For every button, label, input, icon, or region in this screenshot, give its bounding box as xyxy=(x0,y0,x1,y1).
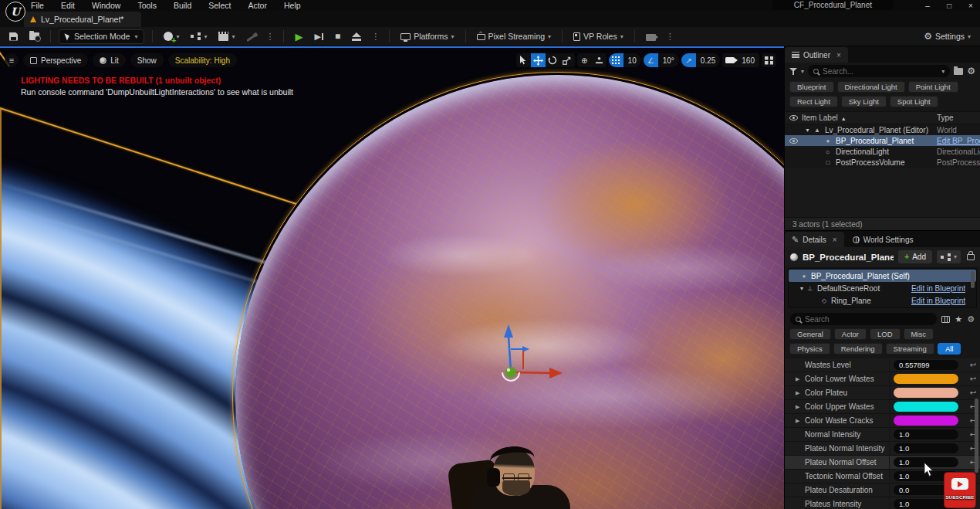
number-input[interactable]: 0.557899 xyxy=(894,360,958,370)
property-row[interactable]: ▶Color Upper Wastes↩ xyxy=(785,400,980,414)
eye-icon[interactable] xyxy=(789,115,798,120)
gear-icon[interactable]: ⚙ xyxy=(967,66,975,76)
expander-icon[interactable]: ▼ xyxy=(805,127,813,133)
chevron-down-icon[interactable]: ▾ xyxy=(941,68,945,75)
color-swatch[interactable] xyxy=(894,416,958,426)
rotate-tool-button[interactable] xyxy=(546,53,560,67)
outliner-row[interactable]: ▼▲Lv_Procedural_Planet (Editor)World xyxy=(785,124,980,135)
display-settings-icon[interactable] xyxy=(941,316,950,323)
category-chip-streaming[interactable]: Streaming xyxy=(886,343,934,355)
selection-mode-dropdown[interactable]: Selection Mode ▾ xyxy=(59,29,144,44)
maximize-button[interactable]: □ xyxy=(945,2,954,10)
component-row[interactable]: ●BP_Procedural_Planet (Self) xyxy=(789,270,976,282)
property-row[interactable]: ▶Color Waste Cracks↩ xyxy=(785,414,980,428)
edit-in-blueprint-link[interactable]: Edit in Blueprint xyxy=(911,297,965,305)
column-item-label[interactable]: Item Label▲ xyxy=(802,114,937,122)
property-row[interactable]: Plateu Normal Intensity1.0↩ xyxy=(785,442,980,456)
filter-icon[interactable] xyxy=(789,68,797,75)
menu-help[interactable]: Help xyxy=(284,1,301,10)
stop-button[interactable]: ■ xyxy=(332,30,343,43)
visibility-toggle[interactable] xyxy=(785,138,802,144)
outliner-search[interactable]: ▾ xyxy=(808,65,950,77)
expander-icon[interactable]: ▶ xyxy=(796,404,805,410)
details-scrollbar[interactable] xyxy=(975,399,978,473)
close-icon[interactable]: × xyxy=(836,51,841,59)
menu-actor[interactable]: Actor xyxy=(248,1,267,10)
edit-in-blueprint-link[interactable]: Edit in Blueprint xyxy=(911,284,965,293)
outliner-item-type[interactable]: Edit BP_Proced xyxy=(937,137,980,145)
close-button[interactable]: × xyxy=(966,2,975,10)
chevron-down-icon[interactable]: ▾ xyxy=(801,68,804,75)
virtual-camera-button[interactable] xyxy=(643,31,659,42)
tab-outliner[interactable]: Outliner × xyxy=(785,47,848,63)
menu-file[interactable]: File xyxy=(31,1,44,10)
skip-button[interactable]: ▶ xyxy=(311,30,326,43)
color-swatch[interactable] xyxy=(894,402,958,412)
filter-chip[interactable]: Spot Light xyxy=(890,96,938,107)
category-chip-lod[interactable]: LOD xyxy=(870,328,901,340)
content-browser-button[interactable] xyxy=(26,31,42,42)
minimize-button[interactable]: – xyxy=(923,2,932,10)
outliner-search-input[interactable] xyxy=(823,67,938,76)
grid-snap-control[interactable]: 10 xyxy=(609,53,641,67)
color-swatch[interactable] xyxy=(894,388,958,398)
outliner-empty-area[interactable] xyxy=(785,168,980,217)
menu-build[interactable]: Build xyxy=(174,1,191,10)
details-search-input[interactable] xyxy=(805,315,931,324)
rotation-snap-value[interactable]: 10° xyxy=(658,53,679,67)
property-row[interactable]: Plateu Normal Offset1.0↩ xyxy=(785,456,980,470)
column-type[interactable]: Type xyxy=(937,114,980,122)
rotation-snap-control[interactable]: ∠ 10° xyxy=(644,53,679,67)
grid-snap-value[interactable]: 10 xyxy=(623,53,641,67)
details-search[interactable] xyxy=(790,313,937,325)
surface-snap-button[interactable] xyxy=(592,53,607,67)
number-input[interactable]: 1.0 xyxy=(894,429,958,439)
expander-icon[interactable]: ▶ xyxy=(796,376,805,382)
tab-world-settings[interactable]: World Settings xyxy=(846,232,921,247)
vp-roles-dropdown[interactable]: VP Roles ▾ xyxy=(570,30,627,42)
save-button[interactable] xyxy=(6,31,21,42)
add-component-button[interactable]: + Add xyxy=(898,250,932,263)
property-row[interactable]: ▶Color Plateu↩ xyxy=(785,386,980,400)
close-icon[interactable]: × xyxy=(833,236,837,244)
component-tree-scrollbar[interactable] xyxy=(971,271,975,288)
property-row[interactable]: Wastes Level0.557899↩ xyxy=(785,358,980,372)
play-button[interactable]: ▶ xyxy=(292,30,306,43)
view-mode-dropdown[interactable]: Lit xyxy=(93,53,126,67)
gear-icon[interactable]: ⚙ xyxy=(967,314,975,324)
color-swatch[interactable] xyxy=(894,374,958,384)
filter-chip[interactable]: Blueprint xyxy=(789,81,834,93)
scale-snap-value[interactable]: 0.25 xyxy=(696,53,720,67)
blueprints-button[interactable]: ▾ xyxy=(188,31,210,42)
menu-edit[interactable]: Edit xyxy=(61,1,75,10)
show-dropdown[interactable]: Show xyxy=(130,53,164,67)
category-chip-general[interactable]: General xyxy=(789,328,831,340)
property-row[interactable]: Normal Intensity1.0↩ xyxy=(785,428,980,442)
play-options-icon[interactable]: ⋮ xyxy=(370,32,381,42)
toolbar-overflow-icon[interactable]: ⋮ xyxy=(664,32,676,42)
scalability-badge[interactable]: Scalability: High xyxy=(168,53,237,67)
category-chip-all[interactable]: All xyxy=(938,343,961,355)
viewport-layouts-icon[interactable] xyxy=(762,53,776,67)
cinematics-button[interactable]: ▾ xyxy=(215,30,238,42)
filter-chip[interactable]: Directional Light xyxy=(837,81,905,93)
move-tool-button[interactable] xyxy=(531,53,546,67)
toolbar-overflow-icon[interactable]: ⋮ xyxy=(264,32,275,42)
youtube-subscribe-overlay[interactable]: SUBSCRIBE xyxy=(945,473,975,507)
number-input[interactable]: 1.0 xyxy=(894,443,958,453)
category-chip-rendering[interactable]: Rendering xyxy=(833,343,883,355)
camera-speed-value[interactable]: 160 xyxy=(737,53,759,67)
outliner-row[interactable]: □PostProcessVolumePostProcessVo xyxy=(785,157,980,168)
viewport-options-icon[interactable]: ≡ xyxy=(5,53,19,67)
unreal-logo-icon[interactable]: U xyxy=(5,2,25,22)
translate-gizmo[interactable] xyxy=(472,318,573,430)
add-actor-button[interactable]: ▾ xyxy=(161,30,182,42)
blueprint-edit-dropdown[interactable]: ▾ xyxy=(937,250,961,263)
expander-icon[interactable]: ▶ xyxy=(796,390,805,396)
lock-icon[interactable] xyxy=(967,254,975,260)
select-tool-button[interactable] xyxy=(516,53,531,67)
create-folder-icon[interactable] xyxy=(954,68,963,75)
filter-chip[interactable]: Sky Light xyxy=(841,96,887,107)
reset-to-default-icon[interactable]: ↩ xyxy=(966,361,980,369)
property-row[interactable]: ▶Color Lower Wastes↩ xyxy=(785,372,980,386)
